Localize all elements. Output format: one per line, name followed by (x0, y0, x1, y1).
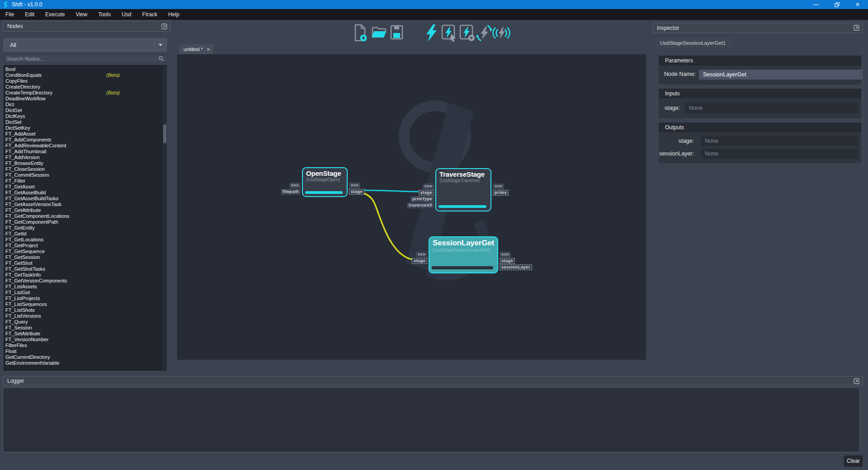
node-list-item[interactable]: FT_GetId (4, 231, 166, 237)
graph-node-openstage[interactable]: OpenStage (UsdStageOpen) >>>filepath >>>… (302, 167, 348, 197)
node-list-item[interactable]: ConditionEquals (Beta) (4, 72, 166, 78)
dropdown-arrow-icon[interactable] (154, 39, 166, 51)
node-list-item[interactable]: FT_VersionNumber (4, 337, 166, 343)
node-list-item[interactable]: FT_GetShot (4, 260, 166, 266)
node-list-item[interactable]: FT_AddVersion (4, 155, 166, 160)
input-port[interactable]: >>> (289, 183, 301, 188)
input-port[interactable]: >>> (423, 183, 434, 189)
menu-item[interactable]: File (0, 9, 19, 20)
open-graph-button[interactable] (370, 24, 388, 42)
node-list-item[interactable]: DictSetKey (4, 125, 166, 131)
node-list-item[interactable]: FT_BrowseEntity (4, 160, 166, 166)
node-list-item[interactable]: FT_GetAsset (4, 184, 166, 190)
node-list-item[interactable]: FT_CommitSession (4, 172, 166, 178)
node-list-item[interactable]: FT_Filter (4, 178, 166, 184)
node-list-item[interactable]: DictGet (4, 108, 166, 113)
node-list-item[interactable]: FT_GetShotTasks (4, 266, 166, 272)
node-list-item[interactable]: FT_GetVersionComponents (4, 278, 166, 284)
node-list-item[interactable]: FT_GetComponentLocations (4, 213, 166, 219)
menu-item[interactable]: Help (163, 9, 185, 20)
close-button[interactable]: ✕ (847, 0, 868, 9)
input-port[interactable]: filepath (281, 189, 301, 195)
menu-item[interactable]: Tools (93, 9, 116, 20)
input-port[interactable]: traverseAll (407, 202, 434, 208)
input-port[interactable]: primType (410, 196, 434, 202)
output-port[interactable]: >>> (493, 183, 504, 189)
node-list-item[interactable]: Float (4, 348, 166, 354)
minimize-button[interactable]: — (806, 0, 826, 9)
node-list-item[interactable]: FT_GetAssetBuildTasks (4, 196, 166, 202)
execute-button[interactable] (422, 24, 440, 42)
node-list-item[interactable]: CreateDirectory (4, 84, 166, 90)
node-name-input[interactable] (699, 70, 866, 80)
output-port[interactable]: stage (349, 189, 364, 195)
clear-logger-button[interactable]: Clear (844, 456, 863, 466)
node-list-item[interactable]: FT_ListGet (4, 290, 166, 296)
node-list-item[interactable]: GetEnvironmentVariable (4, 360, 166, 366)
node-list-item[interactable]: DeadlineWorkflow (4, 96, 166, 102)
node-list-item[interactable]: FT_GetAssetVersionTask (4, 202, 166, 207)
graph-tab[interactable]: untitled * ✕ (179, 44, 213, 54)
output-port[interactable]: >>> (500, 252, 511, 258)
re-execute-button[interactable] (475, 24, 493, 42)
menu-item[interactable]: Edit (19, 9, 40, 20)
save-graph-button[interactable] (387, 24, 406, 42)
output-port[interactable]: stage (500, 258, 515, 264)
wire-stage-to-sessionlayerget[interactable] (360, 192, 415, 260)
tab-close-icon[interactable]: ✕ (207, 47, 210, 52)
node-list-item[interactable]: FT_SetAttribute (4, 331, 166, 337)
node-list-item[interactable]: Dict (4, 102, 166, 108)
menu-item[interactable]: Execute (40, 9, 70, 20)
node-list-item[interactable]: GetCurrentDirectory (4, 354, 166, 360)
search-nodes-input[interactable] (4, 56, 159, 61)
node-list-item[interactable]: FT_GetAttribute (4, 207, 166, 213)
node-list-item[interactable]: Bool (4, 66, 166, 72)
graph-canvas[interactable]: OpenStage (UsdStageOpen) >>>filepath >>>… (177, 54, 646, 360)
node-list-item[interactable]: FT_AddAsset (4, 131, 166, 137)
node-list-item[interactable]: FT_AddComponents (4, 137, 166, 143)
execute-selected-button[interactable] (440, 24, 458, 42)
execute-from-selected-button[interactable] (458, 24, 476, 42)
node-list-item[interactable]: FT_GetSequence (4, 249, 166, 254)
node-list-item[interactable]: FT_GetComponentPath (4, 219, 166, 225)
graph-node-traversestage[interactable]: TraverseStage (UsdStageTraverse) >>>stag… (435, 168, 491, 212)
list-scrollbar-track[interactable] (163, 66, 167, 370)
node-list-item[interactable]: FT_GetSession (4, 254, 166, 260)
output-port[interactable]: sessionLayer (500, 264, 532, 270)
menu-item[interactable]: Ftrack (137, 9, 163, 20)
node-list-item[interactable]: CreateTempDirectory (Beta) (4, 90, 166, 96)
output-port[interactable]: >>> (349, 183, 360, 188)
node-list-item[interactable]: CopyFiles (4, 78, 166, 84)
menu-item[interactable]: Usd (116, 9, 137, 20)
node-list-item[interactable]: FT_ListProjects (4, 296, 166, 301)
node-list-item[interactable]: FT_Session (4, 325, 166, 331)
undock-panel-icon[interactable] (161, 24, 167, 29)
node-list-item[interactable]: FT_ListShots (4, 307, 166, 313)
node-list-item[interactable]: FT_AddThumbnail (4, 149, 166, 155)
input-port[interactable]: stage (412, 258, 427, 264)
list-scrollbar-handle[interactable] (163, 124, 166, 143)
node-list-item[interactable]: FT_Query (4, 319, 166, 325)
node-list-item[interactable]: FT_GetEntity (4, 225, 166, 231)
live-execute-button[interactable] (492, 24, 510, 42)
node-list-item[interactable]: FT_AddReviewableContent (4, 143, 166, 149)
new-graph-button[interactable] (351, 24, 369, 42)
output-port[interactable]: prims (493, 190, 509, 196)
node-list-item[interactable]: FT_ListSequences (4, 301, 166, 307)
undock-panel-icon[interactable] (854, 25, 859, 31)
input-port[interactable]: stage (419, 190, 434, 196)
graph-node-sessionlayerget[interactable]: SessionLayerGet (UsdStageSessionLayerGet… (429, 236, 498, 273)
node-list-item[interactable]: FT_CloseSession (4, 166, 166, 172)
node-list-item[interactable]: DictSet (4, 119, 166, 125)
input-port[interactable]: >>> (416, 252, 427, 258)
node-list-item[interactable]: FT_ListVersions (4, 313, 166, 319)
restore-button[interactable] (826, 0, 847, 9)
node-list-item[interactable]: FT_GetProject (4, 243, 166, 249)
menu-item[interactable]: View (70, 9, 93, 20)
node-list-item[interactable]: FilterFiles (4, 343, 166, 348)
node-list-item[interactable]: FT_GetLocations (4, 237, 166, 243)
node-list-item[interactable]: FT_ListAssets (4, 284, 166, 290)
node-list-item[interactable]: DictKeys (4, 113, 166, 119)
node-list-item[interactable]: FT_GetTaskInfo (4, 272, 166, 278)
undock-panel-icon[interactable] (854, 378, 859, 384)
